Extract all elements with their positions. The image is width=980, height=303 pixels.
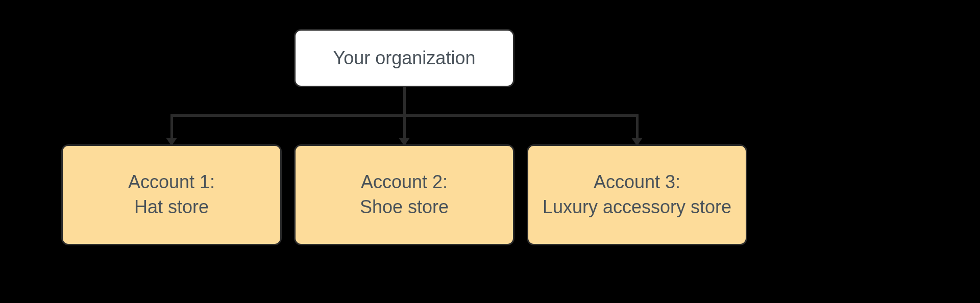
account-title: Account 2: [361, 170, 448, 195]
account-subtitle: Shoe store [360, 195, 449, 220]
account-node-1: Account 1: Hat store [61, 144, 282, 245]
account-title: Account 1: [128, 170, 215, 195]
org-root-label: Your organization [333, 47, 476, 69]
account-subtitle: Luxury accessory store [543, 195, 731, 220]
org-root-node: Your organization [294, 29, 514, 87]
account-subtitle: Hat store [134, 195, 209, 220]
account-title: Account 3: [594, 170, 680, 195]
account-node-3: Account 3: Luxury accessory store [527, 144, 747, 245]
connector-root-drop [403, 87, 406, 116]
account-node-2: Account 2: Shoe store [294, 144, 514, 245]
